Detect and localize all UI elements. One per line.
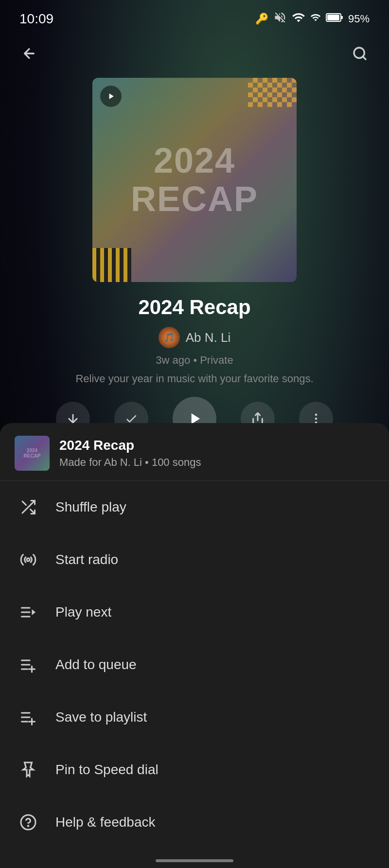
svg-point-5	[315, 414, 318, 416]
song-info: 2024 Recap 🎵 Ab N. Li 3w ago • Private R…	[0, 296, 389, 385]
sheet-header: 2024 RECAP 2024 Recap Made for Ab N. Li …	[0, 423, 389, 481]
svg-point-6	[315, 418, 318, 420]
menu-item-play-next[interactable]: Play next	[0, 586, 389, 638]
battery-percent: 95%	[348, 13, 370, 25]
svg-rect-2	[341, 16, 343, 19]
status-time: 10:09	[19, 11, 53, 27]
bottom-sheet: 2024 RECAP 2024 Recap Made for Ab N. Li …	[0, 423, 389, 868]
artist-row: 🎵 Ab N. Li	[19, 327, 370, 348]
sheet-subtitle: Made for Ab N. Li • 100 songs	[59, 456, 374, 469]
menu-item-save-playlist[interactable]: Save to playlist	[0, 691, 389, 744]
top-nav	[0, 34, 389, 73]
sheet-thumbnail: 2024 RECAP	[15, 436, 50, 471]
sheet-thumb-text: 2024 RECAP	[23, 448, 40, 459]
pin-icon	[16, 757, 41, 782]
description: Relive your year in music with your favo…	[19, 372, 370, 385]
meta-row: 3w ago • Private	[19, 354, 370, 367]
menu-item-radio[interactable]: Start radio	[0, 533, 389, 586]
album-art: 2024 RECAP	[92, 78, 297, 282]
menu-label-shuffle: Shuffle play	[55, 499, 126, 515]
add-queue-icon	[16, 652, 41, 677]
mute-icon	[273, 11, 287, 27]
svg-point-11	[27, 558, 30, 561]
menu-label-save-playlist: Save to playlist	[55, 709, 147, 725]
home-indicator	[156, 859, 233, 862]
wifi-icon	[292, 11, 305, 27]
status-icons: 🔑 95%	[255, 11, 370, 27]
save-playlist-icon	[16, 705, 41, 730]
status-bar: 10:09 🔑 95%	[0, 0, 389, 34]
back-button[interactable]	[15, 39, 44, 68]
svg-rect-1	[327, 15, 339, 20]
svg-line-10	[22, 501, 26, 505]
menu-item-help[interactable]: Help & feedback	[0, 796, 389, 849]
menu-label-radio: Start radio	[55, 552, 118, 567]
album-play-icon	[100, 86, 122, 107]
shuffle-icon	[16, 495, 41, 520]
battery-icon	[326, 13, 343, 25]
svg-marker-15	[32, 609, 36, 615]
menu-label-pin: Pin to Speed dial	[55, 762, 159, 778]
play-next-icon	[16, 600, 41, 625]
sheet-title: 2024 Recap	[59, 438, 374, 453]
menu-label-play-next: Play next	[55, 604, 111, 620]
signal-icon	[310, 11, 321, 27]
album-title-overlay: 2024 RECAP	[131, 142, 258, 218]
menu-item-shuffle[interactable]: Shuffle play	[0, 481, 389, 533]
sheet-info: 2024 Recap Made for Ab N. Li • 100 songs	[59, 438, 374, 469]
menu-item-add-queue[interactable]: Add to queue	[0, 638, 389, 691]
artist-avatar: 🎵	[159, 327, 180, 348]
menu-label-help: Help & feedback	[55, 815, 155, 830]
artist-name: Ab N. Li	[186, 330, 231, 345]
album-container: 2024 RECAP	[0, 78, 389, 282]
radio-icon	[16, 547, 41, 572]
menu-item-pin[interactable]: Pin to Speed dial	[0, 744, 389, 796]
song-title: 2024 Recap	[19, 296, 370, 319]
album-checker-pattern	[248, 78, 297, 107]
search-button[interactable]	[345, 39, 374, 68]
menu-label-add-queue: Add to queue	[55, 657, 137, 673]
help-icon	[16, 810, 41, 835]
key-icon: 🔑	[255, 13, 268, 25]
album-stripes-pattern	[92, 248, 131, 282]
